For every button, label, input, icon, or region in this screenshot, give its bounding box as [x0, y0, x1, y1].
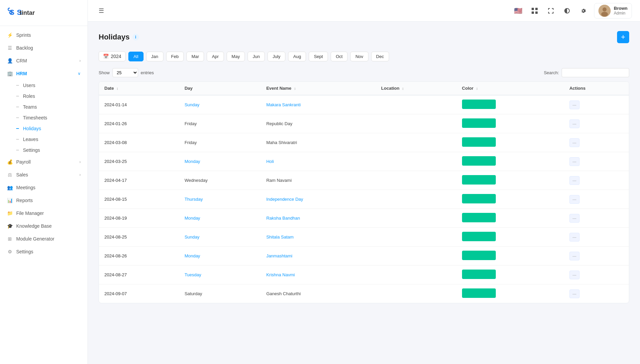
menu-toggle-button[interactable]: ☰ [96, 5, 107, 16]
svg-text:tintar: tintar [20, 9, 35, 16]
sprints-icon: ⚡ [7, 32, 13, 38]
sidebar-item-holidays[interactable]: Holidays [0, 123, 87, 134]
sidebar-item-timesheets[interactable]: Timesheets [0, 112, 87, 123]
table-row: 2024-01-14 Sunday Makara Sankranti ··· [99, 95, 629, 114]
search-input[interactable] [562, 68, 629, 77]
logo: S S tintar [0, 0, 87, 26]
sidebar-item-settings[interactable]: ⚙ Settings [0, 245, 87, 258]
table-row: 2024-09-07 Saturday Ganesh Chaturthi ··· [99, 284, 629, 303]
cell-actions: ··· [564, 133, 629, 152]
chevron-down-icon: ∨ [78, 71, 81, 76]
cell-location [376, 190, 457, 209]
sidebar-item-reports[interactable]: 📊 Reports [0, 194, 87, 207]
month-btn-july[interactable]: July [267, 52, 285, 61]
cell-date: 2024-08-25 [99, 228, 179, 247]
fullscreen-icon[interactable] [545, 5, 556, 16]
sidebar-item-label: File Manager [16, 211, 81, 216]
month-btn-apr[interactable]: Apr [207, 52, 224, 61]
sidebar-item-meetings[interactable]: 👥 Meetings [0, 181, 87, 194]
darkmode-icon[interactable] [562, 5, 572, 16]
sidebar-item-crm[interactable]: 👤 CRM › [0, 54, 87, 67]
cell-location [376, 284, 457, 303]
sidebar-item-file-manager[interactable]: 📁 File Manager [0, 207, 87, 220]
sidebar-item-label: Settings [16, 249, 81, 254]
year-picker[interactable]: 📅 2024 [99, 51, 126, 61]
sidebar-item-hrm-settings[interactable]: Settings [0, 145, 87, 156]
search-box: Search: [544, 68, 629, 77]
row-action-button[interactable]: ··· [569, 289, 580, 298]
month-btn-oct[interactable]: Oct [331, 52, 348, 61]
sidebar-item-sprints[interactable]: ⚡ Sprints [0, 29, 87, 41]
sidebar-item-knowledge-base[interactable]: 🎓 Knowledge Base [0, 220, 87, 232]
sidebar-item-sales[interactable]: ⚖ Sales › [0, 168, 87, 181]
month-btn-all[interactable]: All [128, 52, 143, 61]
flag-icon[interactable]: 🇺🇸 [513, 5, 524, 16]
row-action-button[interactable]: ··· [569, 138, 580, 147]
svg-rect-5 [532, 11, 534, 14]
sidebar-sub-label: Timesheets [23, 115, 47, 120]
sidebar-item-label: CRM [16, 58, 76, 63]
sidebar-item-users[interactable]: Users [0, 80, 87, 91]
sidebar-item-teams[interactable]: Teams [0, 102, 87, 112]
month-btn-feb[interactable]: Feb [166, 52, 184, 61]
color-swatch [462, 213, 496, 222]
dash-icon [16, 107, 19, 107]
row-action-button[interactable]: ··· [569, 233, 580, 242]
col-header-color[interactable]: Color ↕ [457, 82, 564, 95]
sidebar-item-leaves[interactable]: Leaves [0, 134, 87, 145]
row-action-button[interactable]: ··· [569, 271, 580, 279]
month-btn-jan[interactable]: Jan [146, 52, 163, 61]
row-action-button[interactable]: ··· [569, 195, 580, 204]
row-action-button[interactable]: ··· [569, 252, 580, 260]
sidebar-item-roles[interactable]: Roles [0, 91, 87, 102]
month-btn-nov[interactable]: Nov [350, 52, 368, 61]
cell-color [457, 133, 564, 152]
sidebar-item-module-generator[interactable]: ⊞ Module Generator [0, 232, 87, 245]
main-content: ☰ 🇺🇸 Brown [88, 0, 640, 364]
sidebar-item-label: Payroll [16, 159, 76, 165]
calendar-icon: 📅 [103, 54, 109, 59]
cell-day: Monday [179, 152, 261, 171]
row-action-button[interactable]: ··· [569, 101, 580, 109]
sidebar-item-hrm[interactable]: 🏢 HRM ∨ [0, 67, 87, 80]
month-btn-aug[interactable]: Aug [288, 52, 306, 61]
col-header-location[interactable]: Location ↕ [376, 82, 457, 95]
cell-location [376, 95, 457, 114]
col-header-event-name[interactable]: Event Name ↕ [261, 82, 376, 95]
sidebar-item-label: Sales [16, 172, 76, 177]
sidebar-item-backlog[interactable]: ☰ Backlog [0, 41, 87, 54]
color-swatch [462, 232, 496, 241]
gear-icon[interactable] [578, 5, 589, 16]
apps-icon[interactable] [529, 5, 540, 16]
payroll-icon: 💰 [7, 159, 13, 165]
cell-location [376, 171, 457, 190]
cell-day: Wednesday [179, 171, 261, 190]
backlog-icon: ☰ [7, 45, 13, 51]
info-icon[interactable]: i [132, 34, 139, 40]
cell-actions: ··· [564, 152, 629, 171]
row-action-button[interactable]: ··· [569, 214, 580, 223]
month-btn-dec[interactable]: Dec [371, 52, 389, 61]
color-swatch [462, 194, 496, 203]
cell-date: 2024-01-14 [99, 95, 179, 114]
month-btn-may[interactable]: May [227, 52, 245, 61]
add-holiday-button[interactable]: + [617, 31, 629, 43]
sidebar-sub-label: Teams [23, 104, 37, 110]
table-row: 2024-08-15 Thursday Independence Day ··· [99, 190, 629, 209]
entries-select[interactable]: 25 50 100 [112, 68, 138, 77]
user-name-line2: Admin [614, 11, 628, 16]
col-header-date[interactable]: Date ↕ [99, 82, 179, 95]
row-action-button[interactable]: ··· [569, 176, 580, 185]
sidebar-sub-label: Leaves [23, 137, 38, 142]
cell-day: Tuesday [179, 265, 261, 284]
cell-location [376, 209, 457, 228]
row-action-button[interactable]: ··· [569, 119, 580, 128]
month-btn-sept[interactable]: Sept [309, 52, 328, 61]
cell-day: Thursday [179, 190, 261, 209]
row-action-button[interactable]: ··· [569, 157, 580, 166]
month-btn-jun[interactable]: Jun [248, 52, 265, 61]
cell-date: 2024-03-08 [99, 133, 179, 152]
user-profile[interactable]: Brown Admin [594, 3, 632, 19]
month-btn-mar[interactable]: Mar [186, 52, 204, 61]
sidebar-item-payroll[interactable]: 💰 Payroll › [0, 156, 87, 168]
